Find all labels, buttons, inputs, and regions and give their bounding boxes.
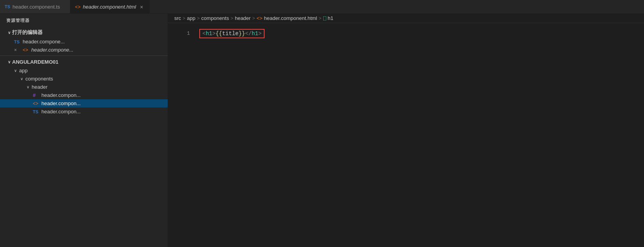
sidebar-title: 资源管理器 xyxy=(0,14,168,27)
hash-icon: # xyxy=(33,92,39,98)
sidebar: 资源管理器 ∨ 打开的编辑器 TS header.compone... × <>… xyxy=(0,14,168,247)
sidebar-divider xyxy=(0,55,168,56)
tag-close-end: > xyxy=(258,30,261,37)
open-editors-label: 打开的编辑器 xyxy=(12,29,43,36)
bc-sep4: > xyxy=(252,16,255,21)
code-line-1: 1 <h1>{{title}}</h1> xyxy=(168,29,644,38)
header-folder[interactable]: ∨ header xyxy=(0,83,168,91)
tab-html-label: header.component.html xyxy=(83,4,136,10)
ts-icon-sidebar: TS xyxy=(33,109,39,114)
bc-header: header xyxy=(235,15,250,21)
open-file-html[interactable]: × <> header.compone... xyxy=(0,46,168,54)
header-css-label: header.compon... xyxy=(41,92,80,98)
chevron-icon: ∨ xyxy=(8,30,11,35)
interpolation-var: title xyxy=(222,30,238,37)
html-file-icon: <> xyxy=(23,47,29,53)
header-html-label: header.compon... xyxy=(41,100,80,106)
interpolation-start: {{ xyxy=(216,30,222,37)
ts-icon: TS xyxy=(5,4,10,9)
header-css-file[interactable]: # header.compon... xyxy=(0,91,168,99)
tag-h1-open: h1 xyxy=(206,30,212,37)
app-folder[interactable]: ∨ app xyxy=(0,66,168,75)
breadcrumb: src > app > components > header > <> hea… xyxy=(168,14,644,23)
code-content-1: <h1>{{title}}</h1> xyxy=(199,29,265,38)
close-icon[interactable]: × xyxy=(14,47,20,53)
components-folder-label: components xyxy=(25,76,53,82)
bc-element: h1 xyxy=(328,15,333,21)
bc-app: app xyxy=(187,15,195,21)
open-ts-label: header.compone... xyxy=(23,39,65,45)
chevron-project-icon: ∨ xyxy=(8,60,11,64)
tab-html[interactable]: <> header.component.html × xyxy=(70,0,150,13)
line-number-1: 1 xyxy=(174,29,190,38)
tab-ts-label: header.component.ts xyxy=(13,4,60,10)
main-layout: 资源管理器 ∨ 打开的编辑器 TS header.compone... × <>… xyxy=(0,14,644,247)
bc-components: components xyxy=(201,15,229,21)
chevron-components-icon: ∨ xyxy=(20,77,23,81)
bc-sep3: > xyxy=(231,16,233,21)
bc-filename: header.component.html xyxy=(264,15,317,21)
bc-sep5: > xyxy=(318,16,321,21)
header-folder-label: header xyxy=(32,84,47,90)
chevron-header-icon: ∨ xyxy=(27,85,29,89)
components-folder[interactable]: ∨ components xyxy=(0,75,168,83)
tag-h1-close: h1 xyxy=(252,30,258,37)
close-tab-button[interactable]: × xyxy=(138,3,145,11)
tag-close-bracket: </ xyxy=(245,30,252,37)
tab-bar: TS header.component.ts <> header.compone… xyxy=(0,0,644,14)
bc-html-icon: <> xyxy=(256,15,262,21)
tab-ts[interactable]: TS header.component.ts xyxy=(0,0,70,13)
bc-box-icon: ⎕ xyxy=(323,15,326,21)
html-icon: <> xyxy=(75,4,80,10)
open-file-ts[interactable]: TS header.compone... xyxy=(0,38,168,46)
editor-area: src > app > components > header > <> hea… xyxy=(168,14,644,247)
header-ts-file[interactable]: TS header.compon... xyxy=(0,107,168,116)
tag-open-end: > xyxy=(212,30,215,37)
open-editors-section[interactable]: ∨ 打开的编辑器 xyxy=(0,27,168,38)
bc-sep2: > xyxy=(197,16,200,21)
html-icon-sidebar: <> xyxy=(33,101,39,106)
project-section[interactable]: ∨ ANGULARDEMO01 xyxy=(0,57,168,66)
bc-src: src xyxy=(174,15,181,21)
header-ts-label: header.compon... xyxy=(41,109,80,115)
open-html-label: header.compone... xyxy=(31,47,73,53)
ts-file-icon: TS xyxy=(14,39,20,44)
highlighted-code: <h1>{{title}}</h1> xyxy=(199,29,265,38)
header-html-file[interactable]: <> header.compon... xyxy=(0,99,168,107)
bc-sep1: > xyxy=(182,16,185,21)
interpolation-end: }} xyxy=(238,30,245,37)
app-folder-label: app xyxy=(19,68,28,73)
code-editor[interactable]: 1 <h1>{{title}}</h1> xyxy=(168,23,644,247)
project-label: ANGULARDEMO01 xyxy=(12,59,58,65)
chevron-app-icon: ∨ xyxy=(14,68,17,73)
